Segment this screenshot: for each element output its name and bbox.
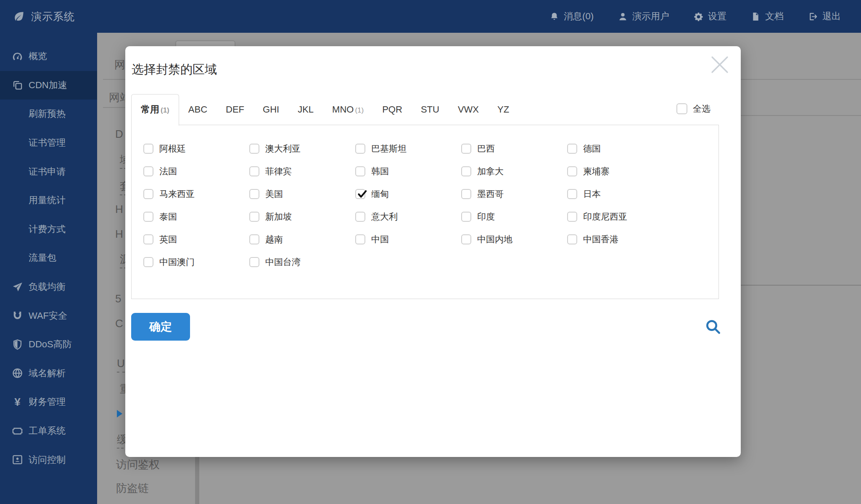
region-option-阿根廷[interactable]: 阿根廷 bbox=[143, 143, 249, 155]
sidebar-item-label: 域名解析 bbox=[29, 367, 66, 380]
region-checkbox[interactable] bbox=[461, 234, 471, 244]
tab-VWX[interactable]: VWX bbox=[449, 94, 488, 125]
region-option-澳大利亚[interactable]: 澳大利亚 bbox=[249, 143, 355, 155]
sidebar-item-流量包[interactable]: 流量包 bbox=[0, 244, 97, 273]
navbar-item-4[interactable]: 文档 bbox=[751, 10, 784, 23]
sidebar-item-计费方式[interactable]: 计费方式 bbox=[0, 215, 97, 244]
confirm-button[interactable]: 确定 bbox=[131, 313, 190, 341]
region-option-柬埔寨[interactable]: 柬埔寨 bbox=[567, 165, 673, 177]
sidebar-item-label: CDN加速 bbox=[29, 79, 67, 92]
region-checkbox[interactable] bbox=[355, 189, 365, 199]
tab-PQR[interactable]: PQR bbox=[373, 94, 412, 125]
select-all-checkbox[interactable] bbox=[676, 103, 687, 114]
region-option-中国台湾[interactable]: 中国台湾 bbox=[249, 256, 355, 268]
tab-YZ[interactable]: YZ bbox=[488, 94, 518, 125]
sidebar-item-证书申请[interactable]: 证书申请 bbox=[0, 157, 97, 186]
region-checkbox[interactable] bbox=[355, 144, 365, 154]
region-checkbox[interactable] bbox=[461, 212, 471, 222]
region-checkbox[interactable] bbox=[355, 166, 365, 176]
region-checkbox[interactable] bbox=[461, 144, 471, 154]
sidebar-item-用量统计[interactable]: 用量统计 bbox=[0, 186, 97, 215]
region-option-墨西哥[interactable]: 墨西哥 bbox=[461, 188, 567, 200]
sidebar-item-访问控制[interactable]: 访问控制 bbox=[0, 445, 97, 474]
sidebar-item-DDoS高防[interactable]: DDoS高防 bbox=[0, 330, 97, 359]
logout-icon bbox=[808, 12, 818, 21]
region-checkbox[interactable] bbox=[567, 144, 577, 154]
region-checkbox[interactable] bbox=[143, 234, 153, 244]
region-checkbox[interactable] bbox=[249, 189, 259, 199]
region-option-韩国[interactable]: 韩国 bbox=[355, 165, 461, 177]
region-option-中国内地[interactable]: 中国内地 bbox=[461, 234, 567, 245]
region-option-泰国[interactable]: 泰国 bbox=[143, 211, 249, 223]
tab-常用[interactable]: 常用(1) bbox=[131, 94, 179, 126]
tab-MNO[interactable]: MNO(1) bbox=[323, 94, 373, 125]
region-label: 意大利 bbox=[371, 211, 398, 223]
region-checkbox[interactable] bbox=[249, 212, 259, 222]
region-label: 印度 bbox=[477, 211, 495, 223]
region-checkbox[interactable] bbox=[143, 257, 153, 267]
region-option-中国澳门[interactable]: 中国澳门 bbox=[143, 256, 249, 268]
region-checkbox[interactable] bbox=[567, 166, 577, 176]
region-option-马来西亚[interactable]: 马来西亚 bbox=[143, 188, 249, 200]
region-option-菲律宾[interactable]: 菲律宾 bbox=[249, 165, 355, 177]
region-checkbox[interactable] bbox=[355, 234, 365, 244]
region-option-意大利[interactable]: 意大利 bbox=[355, 211, 461, 223]
region-checkbox[interactable] bbox=[249, 144, 259, 154]
search-icon[interactable] bbox=[705, 318, 721, 335]
region-option-法国[interactable]: 法国 bbox=[143, 165, 249, 177]
region-label: 中国香港 bbox=[583, 234, 618, 245]
sidebar-item-CDN加速[interactable]: CDN加速 bbox=[0, 71, 97, 100]
region-checkbox[interactable] bbox=[461, 166, 471, 176]
sidebar-item-负载均衡[interactable]: 负载均衡 bbox=[0, 273, 97, 302]
sidebar-item-工单系统[interactable]: 工单系统 bbox=[0, 417, 97, 446]
background-menu-item: 防盗链 bbox=[116, 481, 149, 496]
region-option-印度尼西亚[interactable]: 印度尼西亚 bbox=[567, 211, 673, 223]
region-checkbox[interactable] bbox=[355, 212, 365, 222]
navbar-item-5[interactable]: 退出 bbox=[808, 10, 841, 23]
sidebar-item-label: 访问控制 bbox=[29, 454, 66, 466]
region-checkbox[interactable] bbox=[249, 234, 259, 244]
region-checkbox[interactable] bbox=[567, 234, 577, 244]
region-checkbox[interactable] bbox=[143, 144, 153, 154]
region-option-印度[interactable]: 印度 bbox=[461, 211, 567, 223]
tab-JKL[interactable]: JKL bbox=[288, 94, 323, 125]
region-checkbox[interactable] bbox=[249, 257, 259, 267]
region-option-美国[interactable]: 美国 bbox=[249, 188, 355, 200]
close-icon[interactable] bbox=[710, 55, 730, 75]
region-option-越南[interactable]: 越南 bbox=[249, 234, 355, 245]
tab-ABC[interactable]: ABC bbox=[179, 94, 217, 125]
tab-STU[interactable]: STU bbox=[412, 94, 449, 125]
region-option-巴西[interactable]: 巴西 bbox=[461, 143, 567, 155]
background-scrollbar[interactable] bbox=[195, 456, 199, 504]
select-all-control[interactable]: 全选 bbox=[676, 103, 710, 115]
region-checkbox[interactable] bbox=[143, 212, 153, 222]
region-option-中国[interactable]: 中国 bbox=[355, 234, 461, 245]
region-option-德国[interactable]: 德国 bbox=[567, 143, 673, 155]
navbar-item-3[interactable]: 设置 bbox=[694, 10, 726, 23]
tab-DEF[interactable]: DEF bbox=[217, 94, 254, 125]
sidebar-item-财务管理[interactable]: ¥财务管理 bbox=[0, 388, 97, 417]
region-option-英国[interactable]: 英国 bbox=[143, 234, 249, 245]
region-option-新加坡[interactable]: 新加坡 bbox=[249, 211, 355, 223]
region-checkbox[interactable] bbox=[567, 212, 577, 222]
sidebar-item-刷新预热[interactable]: 刷新预热 bbox=[0, 100, 97, 129]
region-option-日本[interactable]: 日本 bbox=[567, 188, 673, 200]
sidebar-item-证书管理[interactable]: 证书管理 bbox=[0, 129, 97, 158]
tab-GHI[interactable]: GHI bbox=[254, 94, 288, 125]
region-option-缅甸[interactable]: 缅甸 bbox=[355, 188, 461, 200]
sidebar-item-WAF安全[interactable]: WAF安全 bbox=[0, 301, 97, 330]
region-checkbox[interactable] bbox=[461, 189, 471, 199]
sidebar-item-label: 用量统计 bbox=[29, 194, 66, 207]
navbar-item-1[interactable]: 消息(0) bbox=[549, 10, 594, 23]
navbar-item-2[interactable]: 演示用户 bbox=[618, 10, 669, 23]
region-checkbox[interactable] bbox=[567, 189, 577, 199]
region-checkbox[interactable] bbox=[143, 189, 153, 199]
sidebar-item-概览[interactable]: 概览 bbox=[0, 42, 97, 71]
region-option-中国香港[interactable]: 中国香港 bbox=[567, 234, 673, 245]
region-checkbox[interactable] bbox=[249, 166, 259, 176]
region-option-巴基斯坦[interactable]: 巴基斯坦 bbox=[355, 143, 461, 155]
background-divider bbox=[736, 285, 861, 286]
region-checkbox[interactable] bbox=[143, 166, 153, 176]
region-option-加拿大[interactable]: 加拿大 bbox=[461, 165, 567, 177]
sidebar-item-域名解析[interactable]: 域名解析 bbox=[0, 359, 97, 388]
